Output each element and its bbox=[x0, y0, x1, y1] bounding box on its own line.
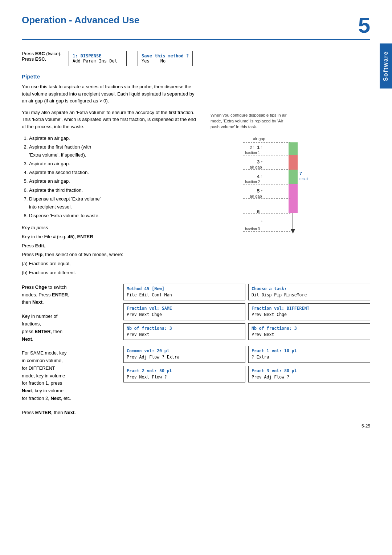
nb-same-line2: Prev Next bbox=[127, 332, 242, 338]
svg-text:result: result bbox=[299, 177, 309, 181]
screen-common-vol: Common vol: 20 µl Prev Adj Flow ? Extra bbox=[123, 346, 245, 363]
svg-rect-27 bbox=[289, 155, 298, 170]
svg-text:↑: ↑ bbox=[261, 189, 263, 194]
screen-method-line1: Method 45 [New] bbox=[127, 286, 242, 292]
key-nb-fractions: Key in number offractions,press ENTER, t… bbox=[22, 313, 116, 343]
screen-fraction-diff: Fraction vol: DIFFERENT Prev Next Chge bbox=[248, 303, 370, 320]
key-instr-3: Press Pip, then select one of two modes,… bbox=[22, 251, 200, 259]
fraction-same-line1: Fraction vol: SAME bbox=[127, 305, 242, 312]
screen-save: Save this method ? Yes No bbox=[138, 51, 193, 66]
key-enter-next: Press ENTER, then Next. bbox=[22, 409, 116, 417]
svg-text:7: 7 bbox=[299, 171, 302, 176]
lower-section: Press Chge to switchmodes. Press ENTER,t… bbox=[22, 284, 370, 418]
screen-dispense-line1: 1: DISPENSE bbox=[73, 53, 123, 58]
svg-text:↓: ↓ bbox=[261, 218, 263, 223]
save-options: Yes No bbox=[142, 58, 189, 64]
key-instr-4: (a) Fractions are equal, bbox=[22, 260, 200, 268]
chapter-title: Operation - Advanced Use bbox=[22, 15, 139, 26]
screen-fraction-same: Fraction vol: SAME Prev Next Chge bbox=[123, 303, 245, 320]
svg-text:1: 1 bbox=[257, 145, 260, 150]
intro-line1: Press ESC (twice). bbox=[22, 51, 61, 56]
svg-text:↑: ↑ bbox=[253, 145, 255, 150]
svg-text:4: 4 bbox=[257, 174, 260, 179]
fraction-diff-line1: Fraction vol: DIFFERENT bbox=[252, 305, 367, 312]
screen-fract3-vol: Fract 3 vol: 80 µl Prev Adj Flow ? bbox=[248, 366, 370, 383]
screen-boxes-area: Method 45 [New] File Edit Conf Man Choos… bbox=[123, 284, 370, 386]
save-no: No bbox=[160, 58, 166, 64]
fraction-diff-line2: Prev Next Chge bbox=[252, 312, 367, 318]
svg-text:air gap: air gap bbox=[250, 165, 262, 169]
step-5: Aspirate an air gap. bbox=[29, 177, 200, 185]
step-2: Aspirate the first fraction (with'Extra … bbox=[29, 143, 200, 159]
svg-text:3: 3 bbox=[257, 159, 260, 165]
fract2-line2: Prev Next Flow ? bbox=[127, 374, 242, 380]
body-paragraph2: You may also aspirate an 'Extra volume' … bbox=[22, 109, 200, 130]
svg-text:fraction 3: fraction 3 bbox=[245, 227, 260, 231]
sidebar-label: Software bbox=[380, 44, 392, 89]
chapter-number: 5 bbox=[358, 15, 370, 36]
screen-fract2-vol: Fract 2 vol: 50 µl Prev Next Flow ? bbox=[123, 366, 245, 383]
step-6: Aspirate the third fraction. bbox=[29, 186, 200, 194]
body-paragraph1: You use this task to aspirate a series o… bbox=[22, 83, 200, 105]
screen-nb-same: Nb of fractions: 3 Prev Next bbox=[123, 323, 245, 340]
step-3: Aspirate an air gap. bbox=[29, 160, 200, 168]
steps-list: Aspirate an air gap. Aspirate the first … bbox=[29, 134, 200, 220]
intro-section: Press ESC (twice). Press ESC. 1: DISPENS… bbox=[22, 51, 370, 66]
svg-text:5: 5 bbox=[257, 188, 260, 194]
fract2-line1: Fract 2 vol: 50 µl bbox=[127, 368, 242, 374]
key-switch: Press Chge to switchmodes. Press ENTER,t… bbox=[22, 284, 116, 306]
svg-text:2: 2 bbox=[250, 145, 252, 150]
save-question: Save this method ? bbox=[142, 53, 189, 58]
svg-text:↑: ↑ bbox=[261, 159, 263, 165]
svg-text:air gap: air gap bbox=[250, 194, 262, 198]
screen-dispense-line2: Add Param Ins Del bbox=[73, 58, 123, 64]
nb-diff-line1: Nb of fractions: 3 bbox=[252, 325, 367, 332]
step-4: Aspirate the second fraction. bbox=[29, 169, 200, 177]
svg-text:6: 6 bbox=[257, 209, 260, 214]
svg-text:air gap: air gap bbox=[253, 137, 265, 141]
key-to-press-label: Key to press bbox=[22, 224, 200, 232]
screen-nb-diff: Nb of fractions: 3 Prev Next bbox=[248, 323, 370, 340]
key-volume-mode: For SAME mode, keyin common volume,for D… bbox=[22, 349, 116, 402]
screen-method-line2: File Edit Conf Man bbox=[127, 292, 242, 298]
key-section: Key to press Key in the File # (e.g. 45)… bbox=[22, 224, 200, 277]
fract1-line2: ? Extra bbox=[252, 354, 367, 360]
intro-line2: Press ESC. bbox=[22, 56, 61, 62]
section-heading: Pipette bbox=[22, 73, 370, 80]
fract3-line2: Prev Adj Flow ? bbox=[252, 374, 367, 380]
svg-rect-28 bbox=[289, 170, 298, 184]
svg-text:fraction 1: fraction 1 bbox=[245, 151, 260, 155]
step-1: Aspirate an air gap. bbox=[29, 134, 200, 142]
chapter-header: Operation - Advanced Use 5 bbox=[22, 15, 370, 40]
screen-dispense: 1: DISPENSE Add Param Ins Del bbox=[69, 51, 127, 66]
common-vol-line1: Common vol: 20 µl bbox=[127, 348, 242, 354]
key-instr-2: Press Edit, bbox=[22, 242, 200, 250]
side-note: When you configure disposable tips in ai… bbox=[211, 112, 290, 130]
svg-rect-26 bbox=[289, 142, 298, 155]
step-7: Dispense all except 'Extra volume'into r… bbox=[29, 195, 200, 211]
save-yes: Yes bbox=[142, 58, 150, 64]
screen-choose: Choose a task: Dil Disp Pip RinseMore bbox=[248, 284, 370, 301]
svg-text:↑: ↑ bbox=[261, 145, 263, 150]
screen-fract1-vol: Fract 1 vol: 10 µl ? Extra bbox=[248, 346, 370, 363]
nb-diff-line2: Prev Next bbox=[252, 332, 367, 338]
screen-choose-line2: Dil Disp Pip RinseMore bbox=[252, 292, 367, 298]
fract1-line1: Fract 1 vol: 10 µl bbox=[252, 348, 367, 354]
pipette-diagram: air gap 1 ↑ 2 ↑ fraction 1 3 ↑ air gap 4… bbox=[218, 135, 319, 259]
screen-method: Method 45 [New] File Edit Conf Man bbox=[123, 284, 245, 301]
key-instructions-left: Press Chge to switchmodes. Press ENTER,t… bbox=[22, 284, 116, 418]
fraction-same-line2: Prev Next Chge bbox=[127, 312, 242, 318]
svg-text:fraction 2: fraction 2 bbox=[245, 180, 260, 184]
page-number: 5-25 bbox=[362, 424, 370, 429]
svg-text:↑: ↑ bbox=[261, 174, 263, 179]
key-instr-1: Key in the File # (e.g. 45), ENTER bbox=[22, 233, 200, 241]
fract3-line1: Fract 3 vol: 80 µl bbox=[252, 368, 367, 374]
step-8: Dispense 'Extra volume' to waste. bbox=[29, 212, 200, 220]
svg-rect-29 bbox=[289, 184, 298, 213]
key-instr-5: (b) Fractions are different. bbox=[22, 269, 200, 277]
common-vol-line2: Prev Adj Flow ? Extra bbox=[127, 354, 242, 360]
nb-same-line1: Nb of fractions: 3 bbox=[127, 325, 242, 332]
intro-text: Press ESC (twice). Press ESC. bbox=[22, 51, 61, 62]
screen-choose-line1: Choose a task: bbox=[252, 286, 367, 292]
